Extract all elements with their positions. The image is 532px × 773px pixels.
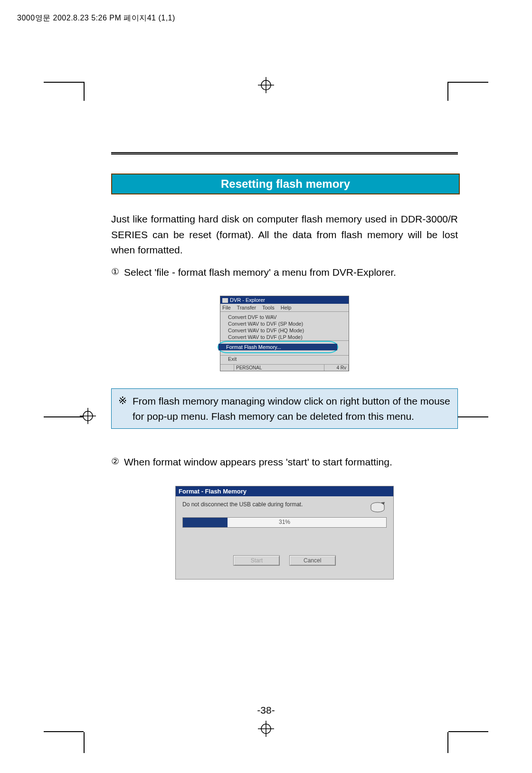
- status-text: 4 Rv: [324, 365, 349, 371]
- step-number-icon: ①: [111, 265, 119, 280]
- crop-mark: [44, 731, 84, 732]
- screenshot-format-dialog: Format - Flash Memory Do not disconnect …: [175, 486, 394, 580]
- progress-percent: 31%: [183, 519, 386, 525]
- note-text: From flash memory managing window click …: [133, 394, 451, 424]
- screenshot-dvr-explorer: DVR - Explorer File Transfer Tools Help …: [220, 296, 349, 371]
- crop-mark: [84, 732, 85, 753]
- note-box: ※ From flash memory managing window clic…: [111, 388, 458, 429]
- step-2: ② When format window appears press 'star…: [111, 454, 458, 470]
- registration-mark-icon: [258, 721, 274, 737]
- menubar: File Transfer Tools Help: [220, 304, 349, 312]
- menu-help: Help: [281, 305, 292, 310]
- menu-item-exit: Exit: [220, 355, 349, 362]
- menu-transfer: Transfer: [237, 305, 256, 310]
- crop-mark: [448, 731, 488, 732]
- menu-item: Convert WAV to DVF (HQ Mode): [220, 327, 349, 334]
- note-symbol-icon: ※: [118, 394, 127, 424]
- highlight-oval: Format Flash Memory...: [218, 341, 338, 353]
- step-number-icon: ②: [111, 454, 119, 470]
- menu-tools: Tools: [262, 305, 275, 310]
- start-button: Start: [233, 555, 280, 566]
- step-text: Select 'file - format flash memory' a me…: [124, 265, 396, 280]
- section-title-band: Resetting flash memory: [111, 174, 460, 194]
- menu-item: Convert WAV to DVF (LP Mode): [220, 334, 349, 341]
- page-number: -38-: [0, 705, 532, 716]
- menu-item-format-flash: Format Flash Memory...: [218, 344, 337, 350]
- status-text: PERSONAL: [234, 365, 324, 371]
- registration-mark-icon: [80, 408, 96, 424]
- window-title: DVR - Explorer: [220, 296, 349, 304]
- crop-mark: [84, 82, 85, 101]
- disk-icon: [370, 502, 386, 514]
- intro-paragraph: Just like formatting hard disk on comput…: [111, 212, 458, 258]
- cancel-button: Cancel: [289, 555, 336, 566]
- menu-item: Convert WAV to DVF (SP Mode): [220, 320, 349, 327]
- step-text: When format window appears press 'start'…: [124, 454, 392, 470]
- menu-item: Convert DVF to WAV: [220, 314, 349, 320]
- dialog-title: Format - Flash Memory: [176, 486, 393, 496]
- dialog-message: Do not disconnect the USB cable during f…: [182, 501, 387, 508]
- print-job-header: 3000영문 2002.8.23 5:26 PM 페이지41 (1,1): [17, 13, 175, 23]
- dropdown-menu: Convert DVF to WAV Convert WAV to DVF (S…: [220, 312, 349, 364]
- crop-mark: [447, 82, 448, 101]
- progress-bar: 31%: [182, 517, 387, 528]
- status-bar: PERSONAL 4 Rv: [220, 364, 349, 371]
- menu-file: File: [222, 305, 231, 310]
- crop-mark: [448, 82, 488, 83]
- crop-mark: [44, 82, 84, 83]
- step-1: ① Select 'file - format flash memory' a …: [111, 265, 458, 280]
- crop-mark: [447, 732, 448, 753]
- section-title: Resetting flash memory: [221, 177, 350, 190]
- crop-mark: [44, 416, 84, 417]
- registration-mark-icon: [258, 77, 274, 93]
- horizontal-rule: [111, 152, 458, 155]
- page-content: Resetting flash memory Just like formatt…: [111, 152, 458, 580]
- document-page: 3000영문 2002.8.23 5:26 PM 페이지41 (1,1) Res…: [0, 0, 532, 773]
